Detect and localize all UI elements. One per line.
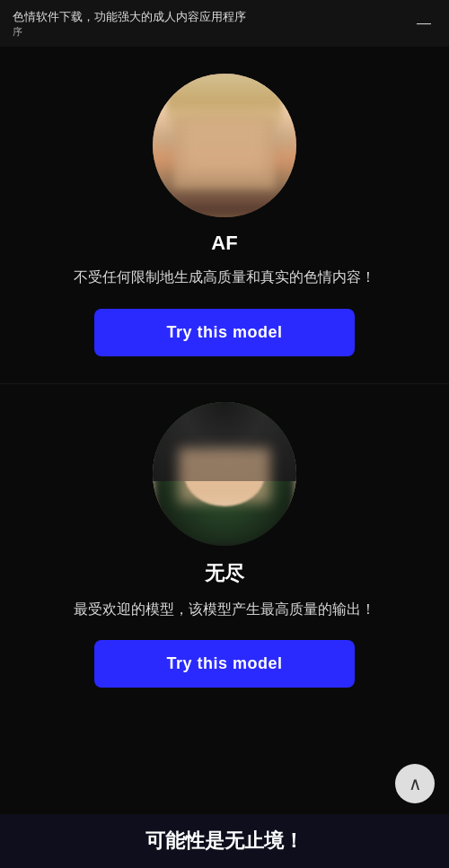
chevron-up-icon: ∧ — [409, 773, 422, 794]
avatar-model-2 — [153, 402, 296, 546]
header-title-line2: 序 — [13, 25, 246, 39]
model-1-description: 不受任何限制地生成高质量和真实的色情内容！ — [74, 266, 375, 289]
try-model-2-button[interactable]: Try this model — [94, 640, 354, 688]
model-card-2: 无尽 最受欢迎的模型，该模型产生最高质量的输出！ Try this model — [0, 384, 449, 715]
try-model-1-button[interactable]: Try this model — [94, 309, 354, 356]
scroll-to-top-button[interactable]: ∧ — [395, 764, 435, 803]
header-title-block: 色情软件下载，功能强大的成人内容应用程序 序 — [13, 9, 246, 39]
header-close-button[interactable] — [411, 11, 436, 36]
model-2-name: 无尽 — [205, 560, 244, 587]
model-card-1: AF 不受任何限制地生成高质量和真实的色情内容！ Try this model — [0, 56, 449, 383]
avatar-model-1 — [153, 74, 296, 217]
model-1-name: AF — [211, 232, 237, 255]
anime-censor-overlay — [179, 448, 270, 503]
avatar-hair-detail — [167, 74, 282, 131]
header-title-line1: 色情软件下载，功能强大的成人内容应用程序 — [13, 9, 246, 25]
header-bar: 色情软件下载，功能强大的成人内容应用程序 序 — [0, 0, 449, 47]
model-2-description: 最受欢迎的模型，该模型产生最高质量的输出！ — [74, 598, 375, 621]
main-content: AF 不受任何限制地生成高质量和真实的色情内容！ Try this model … — [0, 47, 449, 814]
footer-bar: 可能性是无止境！ — [0, 814, 449, 868]
footer-text: 可能性是无止境！ — [145, 828, 304, 855]
